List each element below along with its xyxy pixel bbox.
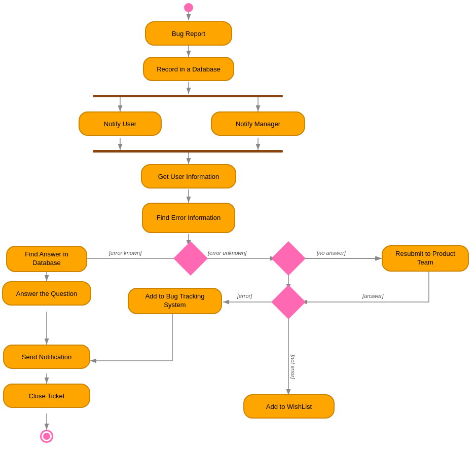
svg-text:[not error]: [not error] xyxy=(290,354,296,380)
find-error-info-node: Find Error Information xyxy=(142,203,235,233)
diagram-container: [error known] [error unknown] [no answer… xyxy=(0,0,476,453)
answer-question-node: Answer the Question xyxy=(2,281,91,306)
add-wishlist-node: Add to WishList xyxy=(243,394,335,419)
notify-manager-node: Notify Manager xyxy=(211,111,305,136)
svg-text:[answer]: [answer] xyxy=(362,293,384,299)
find-answer-db-node: Find Answer in Database xyxy=(6,246,87,272)
close-ticket-node: Close Ticket xyxy=(3,384,90,408)
svg-text:[error known]: [error known] xyxy=(108,250,142,256)
record-db-node: Record in a Database xyxy=(143,57,234,81)
add-bug-tracking-node: Add to Bug Tracking System xyxy=(128,288,222,314)
end-node xyxy=(40,430,53,443)
end-circle-inner xyxy=(43,433,50,440)
join-bar xyxy=(93,150,283,153)
svg-text:[no answer]: [no answer] xyxy=(316,250,346,256)
svg-text:[error]: [error] xyxy=(237,293,252,299)
svg-text:[error unknown]: [error unknown] xyxy=(207,250,247,256)
fork-bar xyxy=(93,95,283,97)
send-notification-node: Send Notification xyxy=(3,345,90,369)
resubmit-node: Resubmit to Product Team xyxy=(382,245,469,272)
start-node xyxy=(184,3,193,12)
get-user-info-node: Get User Information xyxy=(141,164,236,188)
bug-report-node: Bug Report xyxy=(145,21,232,46)
notify-user-node: Notify User xyxy=(79,111,162,136)
